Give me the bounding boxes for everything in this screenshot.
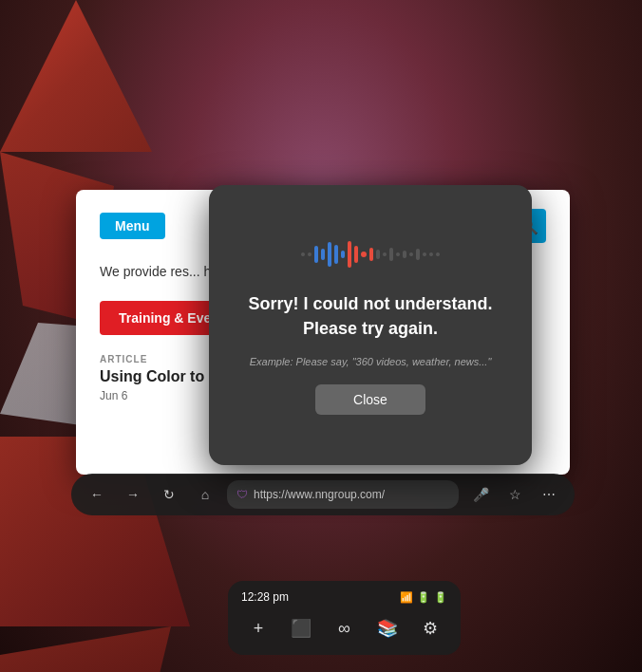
voice-dot (341, 251, 345, 258)
vr-library-button[interactable]: 📚 (370, 611, 405, 645)
menu-button[interactable]: Menu (100, 213, 165, 239)
voice-dot (301, 252, 305, 256)
library-icon: 📚 (377, 618, 398, 639)
vr-actions-row: + ⬛ ∞ 📚 ⚙ (241, 611, 447, 645)
geo-shape-1 (0, 0, 152, 152)
error-modal: Sorry! I could not understand. Please tr… (209, 185, 532, 465)
vr-shape-button[interactable]: ⬛ (284, 611, 318, 645)
voice-dot (423, 252, 426, 256)
modal-title: Sorry! I could not understand. Please tr… (248, 292, 492, 340)
url-bar[interactable]: 🛡 https://www.nngroup.com/ (227, 480, 459, 509)
voice-dot (416, 249, 420, 260)
reload-button[interactable]: ↻ (155, 480, 183, 509)
voice-dot (369, 248, 373, 261)
url-text: https://www.nngroup.com/ (254, 488, 385, 501)
more-options-button[interactable]: ⋯ (535, 480, 563, 509)
voice-dot (328, 242, 331, 267)
reload-icon: ↻ (163, 487, 175, 502)
forward-icon: → (126, 487, 140, 502)
bookmark-button[interactable]: ☆ (500, 480, 529, 509)
close-button[interactable]: Close (315, 384, 425, 415)
voice-dot (389, 248, 393, 261)
microphone-button[interactable]: 🎤 (466, 480, 495, 509)
home-icon: ⌂ (201, 487, 209, 502)
voice-dot (436, 252, 440, 256)
vr-add-button[interactable]: + (241, 611, 275, 645)
voice-dot (383, 252, 387, 256)
voice-dot (308, 252, 312, 256)
toolbar-right: 🎤 ☆ ⋯ (466, 480, 563, 509)
voice-visualizer (301, 235, 440, 273)
shield-icon: 🛡 (236, 488, 248, 501)
vr-time: 12:28 pm (241, 590, 289, 604)
home-button[interactable]: ⌂ (191, 480, 219, 509)
infinity-icon: ∞ (338, 619, 350, 639)
voice-dot (403, 251, 406, 258)
voice-dot (348, 241, 351, 268)
microphone-icon: 🎤 (473, 487, 489, 502)
shape-icon: ⬛ (291, 618, 312, 639)
battery-icon-1: 🔋 (417, 591, 430, 604)
vr-infinity-button[interactable]: ∞ (328, 611, 362, 645)
back-button[interactable]: ← (83, 480, 111, 509)
voice-dot (314, 246, 318, 263)
forward-button[interactable]: → (119, 480, 147, 509)
voice-dot (361, 252, 367, 257)
vr-settings-button[interactable]: ⚙ (413, 611, 447, 645)
voice-dot (354, 246, 358, 263)
star-icon: ☆ (509, 487, 521, 502)
more-icon: ⋯ (542, 487, 556, 502)
back-icon: ← (90, 487, 104, 502)
voice-dot (334, 245, 338, 264)
vr-status-icons: 📶 🔋 🔋 (400, 591, 447, 604)
voice-dot (376, 250, 380, 259)
plus-icon: + (254, 619, 264, 639)
voice-dot (396, 252, 400, 256)
vr-bottom-bar: 12:28 pm 📶 🔋 🔋 + ⬛ ∞ 📚 ⚙ (228, 581, 461, 655)
settings-icon: ⚙ (423, 618, 438, 639)
voice-dot (409, 252, 413, 256)
voice-dot (321, 249, 325, 260)
battery-icon-2: 🔋 (434, 591, 447, 604)
wifi-icon: 📶 (400, 591, 413, 604)
modal-example: Example: Please say, "360 videos, weathe… (250, 356, 492, 367)
vr-status-row: 12:28 pm 📶 🔋 🔋 (241, 590, 447, 604)
voice-dot (429, 252, 433, 256)
geo-shape-5 (0, 626, 171, 672)
browser-toolbar: ← → ↻ ⌂ 🛡 https://www.nngroup.com/ 🎤 ☆ ⋯ (71, 474, 575, 515)
